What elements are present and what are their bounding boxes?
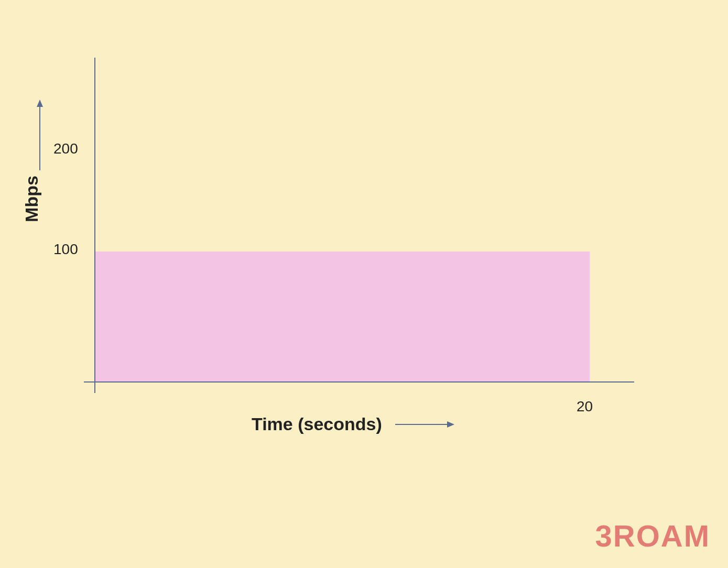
arrow-right-icon <box>393 419 455 430</box>
y-axis-label-group: Mbps <box>16 100 47 278</box>
arrow-up-icon <box>35 100 45 173</box>
x-axis-label-group: Time (seconds) <box>252 414 455 434</box>
x-axis-line <box>84 381 634 383</box>
area-fill <box>95 252 590 381</box>
brand-logo: 3ROAM <box>595 518 710 553</box>
chart-plot-area: 100 200 20 <box>94 58 634 383</box>
svg-marker-1 <box>37 100 43 107</box>
svg-marker-3 <box>447 421 454 428</box>
y-tick-label: 200 <box>53 140 78 157</box>
x-axis-label: Time (seconds) <box>252 414 382 434</box>
x-tick-label: 20 <box>577 398 593 415</box>
y-tick-label: 100 <box>53 241 78 258</box>
